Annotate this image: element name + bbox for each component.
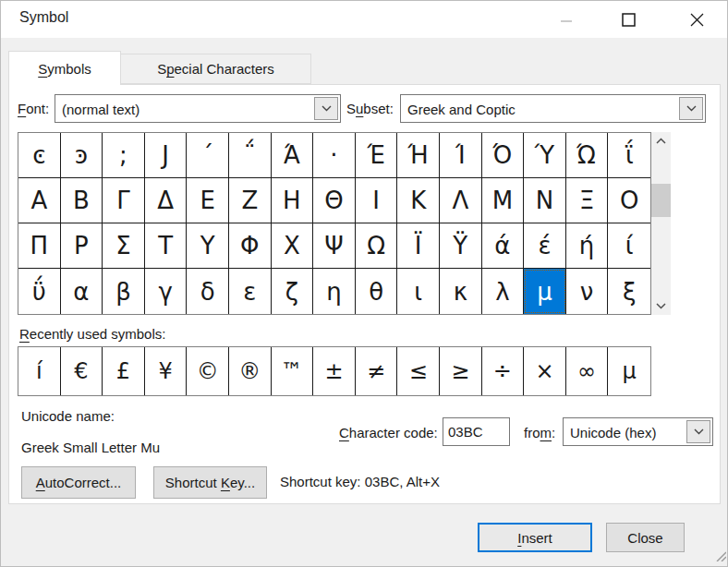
symbol-cell[interactable]: Α [18, 178, 61, 223]
symbol-cell[interactable]: Ψ [313, 223, 356, 269]
insert-button[interactable]: Insert [478, 523, 592, 552]
recent-symbol-cell[interactable]: μ [608, 347, 650, 395]
recent-symbol-cell[interactable]: ≠ [356, 347, 398, 395]
symbol-cell[interactable]: ͼ [18, 133, 61, 178]
symbol-cell[interactable]: έ [524, 223, 566, 269]
symbol-cell[interactable]: Ε [187, 178, 229, 223]
font-dropdown-button[interactable] [314, 97, 338, 120]
recent-symbol-cell[interactable]: £ [103, 347, 145, 395]
minimize-button[interactable] [554, 8, 578, 30]
symbol-cell[interactable]: κ [440, 269, 482, 314]
symbol-grid-scrollbar[interactable] [651, 132, 671, 315]
symbol-cell[interactable]: Δ [145, 178, 188, 223]
symbol-cell[interactable]: γ [145, 269, 188, 314]
recent-symbol-cell[interactable]: ® [229, 347, 272, 395]
symbol-cell[interactable]: ι [397, 269, 440, 314]
recent-symbol-cell[interactable]: í [18, 347, 61, 395]
recent-symbol-cell[interactable]: € [61, 347, 103, 395]
subset-dropdown[interactable]: Greek and Coptic [400, 94, 706, 123]
symbol-cell[interactable]: α [61, 269, 103, 314]
symbol-cell[interactable]: η [313, 269, 356, 314]
character-code-input[interactable] [443, 417, 510, 446]
tab-symbols[interactable]: Symbols [8, 51, 121, 85]
recent-symbol-cell[interactable]: © [187, 347, 229, 395]
symbol-cell[interactable]: Ι [356, 178, 398, 223]
symbol-cell[interactable]: Ύ [524, 133, 566, 178]
symbol-cell[interactable]: Ζ [229, 178, 272, 223]
shortcut-key-button[interactable]: Shortcut Key... [153, 466, 267, 499]
symbol-cell[interactable]: Γ [103, 178, 145, 223]
subset-dropdown-button[interactable] [679, 97, 703, 120]
symbol-cell[interactable]: ί [608, 223, 650, 269]
recent-symbol-cell[interactable]: ≥ [440, 347, 482, 395]
recent-symbol-cell[interactable]: ∞ [566, 347, 609, 395]
symbol-cell[interactable]: Έ [356, 133, 398, 178]
recent-symbol-cell[interactable]: ™ [272, 347, 314, 395]
recent-symbol-cell[interactable]: ÷ [482, 347, 525, 395]
symbol-cell[interactable]: ; [103, 133, 145, 178]
recent-symbol-cell[interactable]: ≤ [397, 347, 440, 395]
scroll-up-button[interactable] [651, 132, 671, 150]
font-dropdown[interactable]: (normal text) [55, 94, 341, 123]
symbol-cell[interactable]: Ρ [61, 223, 103, 269]
symbol-cell[interactable]: μ [524, 269, 566, 314]
symbol-cell[interactable]: ζ [272, 269, 314, 314]
symbol-cell[interactable]: ε [229, 269, 272, 314]
symbol-cell[interactable]: Π [18, 223, 61, 269]
symbol-cell[interactable]: ΄ [187, 133, 229, 178]
symbol-cell[interactable]: Λ [440, 178, 482, 223]
symbol-cell[interactable]: Η [272, 178, 314, 223]
autocorrect-button-label: AutoCorrect... [36, 475, 122, 490]
scrollbar-thumb[interactable] [651, 184, 671, 217]
symbol-cell[interactable]: · [313, 133, 356, 178]
symbol-cell[interactable]: Ϳ [145, 133, 188, 178]
recent-symbol-cell[interactable]: ± [313, 347, 356, 395]
maximize-button[interactable] [616, 8, 640, 30]
symbol-cell[interactable]: ξ [608, 269, 650, 314]
symbol-cell[interactable]: Ϋ [440, 223, 482, 269]
symbol-cell[interactable]: Ν [524, 178, 566, 223]
symbol-cell[interactable]: Ά [272, 133, 314, 178]
symbol-cell[interactable]: Ί [440, 133, 482, 178]
tab-special-characters[interactable]: Special Characters [121, 54, 311, 84]
symbol-cell[interactable]: Σ [103, 223, 145, 269]
symbol-cell[interactable]: Ή [397, 133, 440, 178]
symbol-cell[interactable]: Κ [397, 178, 440, 223]
symbol-cell[interactable]: Ό [482, 133, 525, 178]
symbol-cell[interactable]: θ [356, 269, 398, 314]
symbol-cell[interactable]: ή [566, 223, 609, 269]
symbol-cell[interactable]: ΅ [229, 133, 272, 178]
subset-label: Subset: [346, 101, 394, 116]
symbol-cell[interactable]: Θ [313, 178, 356, 223]
symbol-cell[interactable]: Χ [272, 223, 314, 269]
symbol-cell[interactable]: Ώ [566, 133, 609, 178]
symbol-cell[interactable]: Τ [145, 223, 188, 269]
symbol-cell[interactable]: Ω [356, 223, 398, 269]
symbol-cell[interactable]: Ϊ [397, 223, 440, 269]
symbol-cell[interactable]: Β [61, 178, 103, 223]
close-icon [689, 12, 705, 28]
symbol-cell[interactable]: Ξ [566, 178, 609, 223]
symbol-cell[interactable]: Υ [187, 223, 229, 269]
symbol-cell[interactable]: λ [482, 269, 525, 314]
resize-grip[interactable] [713, 549, 726, 565]
symbol-cell[interactable]: δ [187, 269, 229, 314]
symbol-cell[interactable]: ͽ [61, 133, 103, 178]
symbol-cell[interactable]: ά [482, 223, 525, 269]
symbol-cell[interactable]: ΐ [608, 133, 650, 178]
symbol-cell[interactable]: ν [566, 269, 609, 314]
from-dropdown-button[interactable] [686, 420, 710, 443]
symbol-cell[interactable]: ΰ [18, 269, 61, 314]
symbol-cell[interactable]: Μ [482, 178, 525, 223]
symbol-cell[interactable]: Φ [229, 223, 272, 269]
recent-symbol-cell[interactable]: ¥ [145, 347, 188, 395]
close-button[interactable]: Close [606, 523, 685, 552]
symbol-cell[interactable]: β [103, 269, 145, 314]
from-dropdown[interactable]: Unicode (hex) [563, 417, 713, 446]
close-window-button[interactable] [685, 8, 709, 30]
recent-symbol-cell[interactable]: × [524, 347, 566, 395]
dialog-title: Symbol [19, 9, 68, 26]
scroll-down-button[interactable] [651, 297, 671, 315]
autocorrect-button[interactable]: AutoCorrect... [21, 466, 136, 499]
symbol-cell[interactable]: Ο [608, 178, 650, 223]
